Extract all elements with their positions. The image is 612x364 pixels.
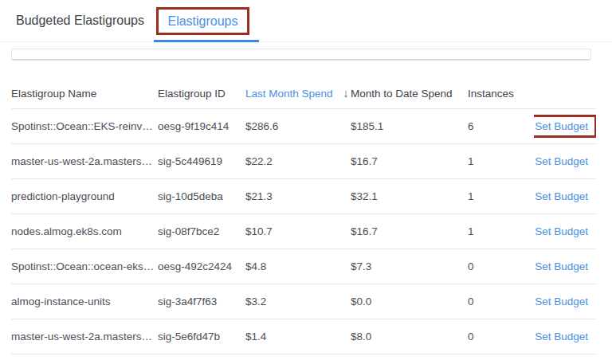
month-to-date-spend-cell: $185.1: [351, 120, 468, 132]
set-budget-link[interactable]: Set Budget: [535, 331, 588, 342]
last-month-spend-cell: $3.2: [245, 296, 351, 307]
column-header-last-month-spend[interactable]: Last Month Spend ↓: [245, 87, 351, 100]
table-row: Spotinst::Ocean::EKS-reinv… oesg-9f19c41…: [11, 109, 596, 144]
elastigroup-id-cell: sig-08f7bce2: [158, 225, 245, 237]
set-budget-link[interactable]: Set Budget: [535, 155, 588, 167]
elastigroups-table: Elastigroup Name Elastigroup ID Last Mon…: [11, 78, 596, 354]
action-cell: Set Budget: [534, 190, 596, 202]
instances-cell: 1: [468, 155, 534, 167]
set-budget-link[interactable]: Set Budget: [534, 115, 596, 138]
instances-cell: 0: [468, 296, 534, 307]
sort-desc-arrow-icon[interactable]: ↓: [343, 87, 349, 100]
elastigroup-id-cell: oesg-9f19c414: [158, 120, 245, 132]
instances-cell: 0: [468, 331, 534, 342]
table-row: Spotinst::Ocean::ocean-eks… oesg-492c242…: [11, 249, 596, 284]
action-cell: Set Budget: [534, 296, 596, 307]
table-row: master-us-west-2a.masters… sig-5c449619 …: [11, 144, 596, 179]
month-to-date-spend-cell: $8.0: [351, 331, 468, 342]
active-tab-underline: [154, 40, 259, 42]
elastigroup-name-cell: almog-instance-units: [11, 296, 158, 307]
month-to-date-spend-cell: $16.7: [351, 225, 468, 237]
last-month-spend-cell: $21.3: [245, 190, 351, 202]
action-cell: Set Budget: [534, 331, 596, 342]
column-header-month-to-date-spend[interactable]: Month to Date Spend: [351, 88, 468, 100]
last-month-spend-cell: $286.6: [245, 120, 351, 132]
column-header-elastigroup-name[interactable]: Elastigroup Name: [11, 88, 158, 100]
set-budget-link[interactable]: Set Budget: [535, 260, 588, 272]
set-budget-link[interactable]: Set Budget: [535, 190, 588, 202]
elastigroup-name-cell: master-us-west-2a.masters…: [11, 331, 158, 342]
table-row: master-us-west-2a.masters… sig-5e6fd47b …: [11, 319, 596, 354]
elastigroups-budget-page: Budgeted Elastigroups Elastigroups Elast…: [0, 0, 612, 364]
month-to-date-spend-cell: $32.1: [351, 190, 468, 202]
month-to-date-spend-cell: $7.3: [351, 260, 468, 272]
elastigroup-id-cell: sig-10d5deba: [158, 190, 245, 202]
column-header-last-month-spend-label: Last Month Spend: [245, 88, 333, 100]
tab-elastigroups[interactable]: Elastigroups: [167, 14, 237, 29]
last-month-spend-cell: $22.2: [245, 155, 351, 167]
action-cell: Set Budget: [534, 155, 596, 167]
instances-cell: 1: [468, 190, 534, 202]
instances-cell: 6: [468, 120, 534, 132]
instances-cell: 1: [468, 225, 534, 237]
table-header-row: Elastigroup Name Elastigroup ID Last Mon…: [11, 78, 596, 109]
action-cell: Set Budget: [534, 115, 596, 138]
month-to-date-spend-cell: $16.7: [351, 155, 468, 167]
elastigroup-name-cell: prediction-playground: [11, 190, 158, 202]
elastigroup-name-cell: nodes.almog.ek8s.com: [11, 225, 158, 237]
month-to-date-spend-cell: $0.0: [351, 296, 468, 307]
set-budget-link[interactable]: Set Budget: [535, 296, 588, 307]
table-row: nodes.almog.ek8s.com sig-08f7bce2 $10.7 …: [11, 214, 596, 249]
action-cell: Set Budget: [534, 225, 596, 237]
tab-bar: Budgeted Elastigroups Elastigroups: [0, 0, 612, 42]
tab-budgeted-elastigroups[interactable]: Budgeted Elastigroups: [16, 0, 144, 41]
column-header-elastigroup-id[interactable]: Elastigroup ID: [158, 88, 245, 100]
elastigroup-id-cell: sig-5c449619: [158, 155, 245, 167]
annotation-box-active-tab: Elastigroups: [156, 7, 249, 35]
elastigroup-id-cell: sig-5e6fd47b: [158, 331, 245, 342]
table-row: prediction-playground sig-10d5deba $21.3…: [11, 179, 596, 214]
filter-bar[interactable]: [11, 49, 591, 61]
elastigroup-name-cell: Spotinst::Ocean::ocean-eks…: [11, 260, 158, 272]
column-header-instances[interactable]: Instances: [468, 88, 534, 100]
last-month-spend-cell: $4.8: [245, 260, 351, 272]
last-month-spend-cell: $1.4: [245, 331, 351, 342]
elastigroup-name-cell: master-us-west-2a.masters…: [11, 155, 158, 167]
set-budget-link[interactable]: Set Budget: [535, 225, 588, 237]
table-row: almog-instance-units sig-3a4f7f63 $3.2 $…: [11, 284, 596, 319]
action-cell: Set Budget: [534, 260, 596, 272]
elastigroup-id-cell: sig-3a4f7f63: [158, 296, 245, 307]
elastigroup-name-cell: Spotinst::Ocean::EKS-reinv…: [11, 120, 158, 132]
instances-cell: 0: [468, 260, 534, 272]
elastigroup-id-cell: oesg-492c2424: [158, 260, 245, 272]
last-month-spend-cell: $10.7: [245, 225, 351, 237]
